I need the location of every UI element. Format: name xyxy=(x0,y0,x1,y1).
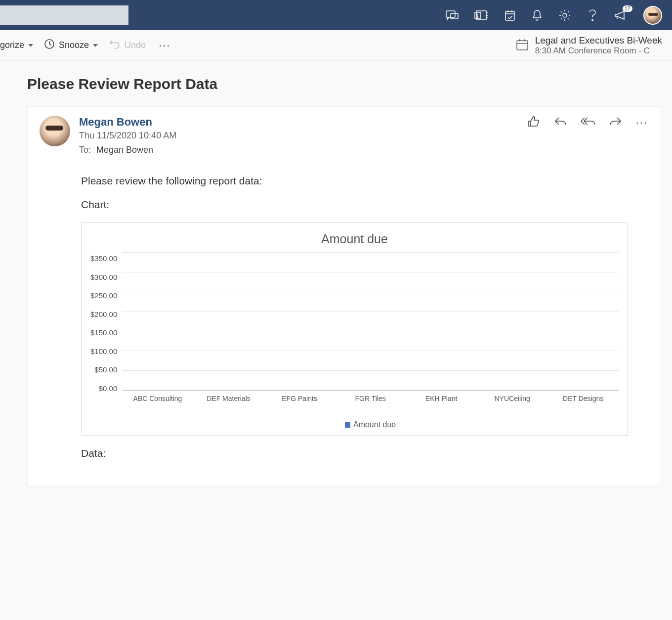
y-tick: $100.00 xyxy=(90,347,117,355)
undo-button[interactable]: Undo xyxy=(109,39,146,52)
x-tick: NYUCeiling xyxy=(477,395,548,413)
sender-name[interactable]: Megan Bowen xyxy=(79,116,176,129)
grid-line xyxy=(122,272,619,272)
grid-line xyxy=(122,370,619,371)
command-bar: gorize Snooze Undo ··· Legal and Executi… xyxy=(0,30,672,61)
x-tick: EKH Plant xyxy=(406,395,477,413)
event-subtitle: 8:30 AM Conference Room - C xyxy=(535,46,662,56)
chart-x-axis: ABC ConsultingDEF MaterialsEFG PaintsFGR… xyxy=(122,395,619,413)
reply-button[interactable] xyxy=(554,116,567,129)
announcements-badge: 17 xyxy=(623,5,632,12)
x-tick: DEF Materials xyxy=(193,395,264,413)
topbar-action-group: 17 xyxy=(446,6,662,25)
grid-line xyxy=(122,331,619,331)
message-actions: ··· xyxy=(527,116,648,130)
chart-title: Amount due xyxy=(90,232,619,246)
announcements-icon[interactable]: 17 xyxy=(614,9,628,21)
categorize-label: gorize xyxy=(0,40,24,50)
y-tick: $250.00 xyxy=(90,291,117,300)
x-tick: ABC Consulting xyxy=(122,395,193,413)
calendar-icon xyxy=(515,38,529,53)
x-tick: FGR Tiles xyxy=(335,395,406,413)
snooze-label: Snooze xyxy=(59,40,89,50)
chart-container: Amount due $350.00$300.00$250.00$200.00$… xyxy=(81,222,628,436)
grid-line xyxy=(122,252,619,253)
forward-button[interactable] xyxy=(609,116,622,129)
recipients-line: To: Megan Bowen xyxy=(79,145,176,155)
legend-label: Amount due xyxy=(353,420,396,429)
more-message-actions[interactable]: ··· xyxy=(636,116,648,129)
body-chart-label: Chart: xyxy=(81,199,648,211)
onenote-icon[interactable] xyxy=(474,9,488,21)
undo-icon xyxy=(109,39,121,52)
to-label: To: xyxy=(79,145,91,155)
y-tick: $0.00 xyxy=(99,384,118,393)
email-subject: Please Review Report Data xyxy=(27,76,672,92)
y-tick: $200.00 xyxy=(90,310,117,318)
svg-point-11 xyxy=(563,13,567,17)
grid-line xyxy=(122,292,619,292)
undo-label: Undo xyxy=(125,40,146,50)
y-tick: $150.00 xyxy=(90,328,117,337)
y-tick: $50.00 xyxy=(94,365,117,374)
message-card: Megan Bowen Thu 11/5/2020 10:40 AM To: M… xyxy=(27,106,660,487)
chevron-down-icon xyxy=(93,44,98,47)
clock-icon xyxy=(44,39,55,52)
legend-swatch xyxy=(345,422,350,428)
body-intro: Please review the following report data: xyxy=(81,175,648,187)
chart-y-axis: $350.00$300.00$250.00$200.00$150.00$100.… xyxy=(90,254,117,393)
svg-point-12 xyxy=(592,19,593,20)
grid-line xyxy=(122,311,619,312)
settings-icon[interactable] xyxy=(558,9,571,22)
chart-plot-area xyxy=(122,252,619,391)
snooze-button[interactable]: Snooze xyxy=(44,39,98,52)
app-title-bar: 17 xyxy=(0,0,672,30)
svg-rect-1 xyxy=(451,13,458,19)
svg-rect-14 xyxy=(517,41,528,50)
chart-plot: ABC ConsultingDEF MaterialsEFG PaintsFGR… xyxy=(122,252,619,429)
x-tick: EFG Paints xyxy=(264,395,335,413)
like-button[interactable] xyxy=(527,116,540,130)
grid-line xyxy=(122,351,619,351)
y-tick: $300.00 xyxy=(90,273,117,281)
categorize-button[interactable]: gorize xyxy=(0,40,33,50)
chart-legend: Amount due xyxy=(122,420,619,429)
reply-all-button[interactable] xyxy=(581,116,595,129)
svg-rect-7 xyxy=(505,11,514,20)
sender-avatar[interactable] xyxy=(40,116,70,146)
todo-icon[interactable] xyxy=(504,9,516,22)
x-tick: DET Designs xyxy=(547,395,619,413)
search-input[interactable] xyxy=(0,5,128,25)
reading-pane: Please Review Report Data Megan Bowen Th… xyxy=(0,61,672,487)
account-avatar[interactable] xyxy=(643,6,662,25)
sent-time: Thu 11/5/2020 10:40 AM xyxy=(79,131,176,141)
body-data-label: Data: xyxy=(81,447,648,459)
to-value: Megan Bowen xyxy=(96,145,153,155)
more-commands-button[interactable]: ··· xyxy=(159,39,170,52)
help-icon[interactable] xyxy=(587,8,598,22)
chat-icon[interactable] xyxy=(446,9,459,21)
message-header: Megan Bowen Thu 11/5/2020 10:40 AM To: M… xyxy=(40,116,648,155)
event-title: Legal and Executives Bi-Week xyxy=(535,35,662,46)
chevron-down-icon xyxy=(28,44,33,47)
y-tick: $350.00 xyxy=(90,254,117,263)
notifications-icon[interactable] xyxy=(532,9,543,22)
upcoming-event[interactable]: Legal and Executives Bi-Week 8:30 AM Con… xyxy=(515,35,662,56)
